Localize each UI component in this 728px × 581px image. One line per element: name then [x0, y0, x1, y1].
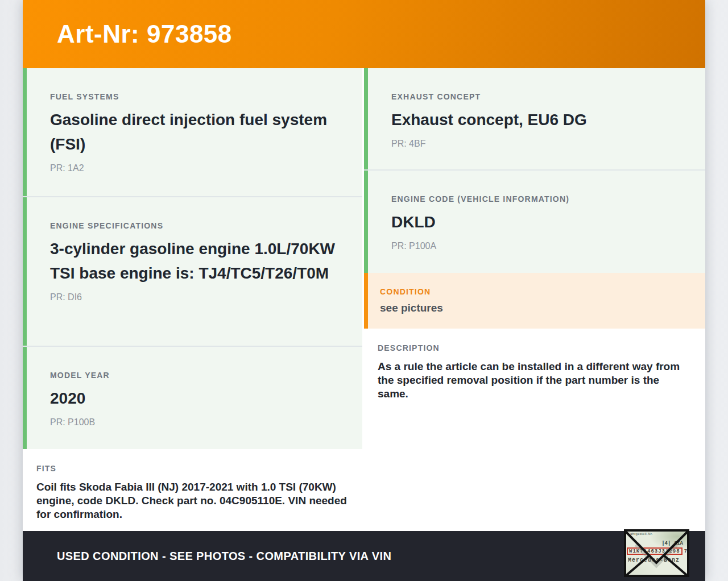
condition-label: CONDITION — [380, 287, 694, 296]
section-label: FITS — [36, 464, 349, 473]
card-engine-specifications: ENGINE SPECIFICATIONS 3-cylinder gasolin… — [23, 197, 362, 346]
main-content: FUEL SYSTEMS Gasoline direct injection f… — [23, 68, 705, 531]
pr-code: PR: P100A — [391, 241, 680, 251]
condition-text: see pictures — [380, 302, 694, 314]
section-label: MODEL YEAR — [50, 371, 337, 380]
card-title: Gasoline direct injection fuel system (F… — [50, 107, 337, 156]
section-label: ENGINE SPECIFICATIONS — [50, 221, 337, 230]
listing-panel: Art-Nr: 973858 FUEL SYSTEMS Gasoline dir… — [23, 0, 705, 581]
card-model-year: MODEL YEAR 2020 PR: P100B — [23, 347, 362, 449]
article-number-title: Art-Nr: 973858 — [57, 20, 232, 48]
right-column: EXHAUST CONCEPT Exhaust concept, EU6 DG … — [364, 68, 705, 531]
pr-code: PR: DI6 — [50, 292, 337, 302]
card-title: DKLD — [391, 210, 680, 234]
condition-card: CONDITION see pictures — [364, 273, 705, 329]
section-label: EXHAUST CONCEPT — [391, 92, 680, 101]
section-label: DESCRIPTION — [378, 343, 692, 352]
card-fuel-systems: FUEL SYSTEMS Gasoline direct injection f… — [23, 68, 362, 196]
envelope-icon — [624, 529, 689, 577]
pr-code: PR: 4BF — [391, 139, 680, 149]
card-engine-code: ENGINE CODE (VEHICLE INFORMATION) DKLD P… — [364, 171, 705, 273]
article-header: Art-Nr: 973858 — [23, 0, 705, 68]
description-text: As a rule the article can be installed i… — [378, 360, 692, 401]
description-section: DESCRIPTION As a rule the article can be… — [364, 329, 705, 531]
footer-banner: USED CONDITION - SEE PHOTOS - COMPATIBIL… — [23, 531, 705, 581]
card-exhaust-concept: EXHAUST CONCEPT Exhaust concept, EU6 DG … — [364, 68, 705, 169]
vin-sticker-image: Fahrgestell-Nr. |4| AIA W1K71463J31298 7… — [624, 529, 689, 577]
section-label: FUEL SYSTEMS — [50, 92, 337, 101]
card-title: Exhaust concept, EU6 DG — [391, 107, 680, 132]
left-column: FUEL SYSTEMS Gasoline direct injection f… — [23, 68, 362, 531]
card-title: 2020 — [50, 386, 337, 410]
section-label: ENGINE CODE (VEHICLE INFORMATION) — [391, 194, 680, 204]
footer-text: USED CONDITION - SEE PHOTOS - COMPATIBIL… — [57, 550, 391, 563]
card-title: 3-cylinder gasoline engine 1.0L/70KW TSI… — [50, 236, 337, 285]
pr-code: PR: 1A2 — [50, 163, 337, 173]
fits-section: FITS Coil fits Skoda Fabia III (NJ) 2017… — [23, 449, 362, 531]
pr-code: PR: P100B — [50, 417, 337, 428]
fits-text: Coil fits Skoda Fabia III (NJ) 2017-2021… — [36, 480, 349, 521]
page-background: Art-Nr: 973858 FUEL SYSTEMS Gasoline dir… — [0, 0, 728, 581]
